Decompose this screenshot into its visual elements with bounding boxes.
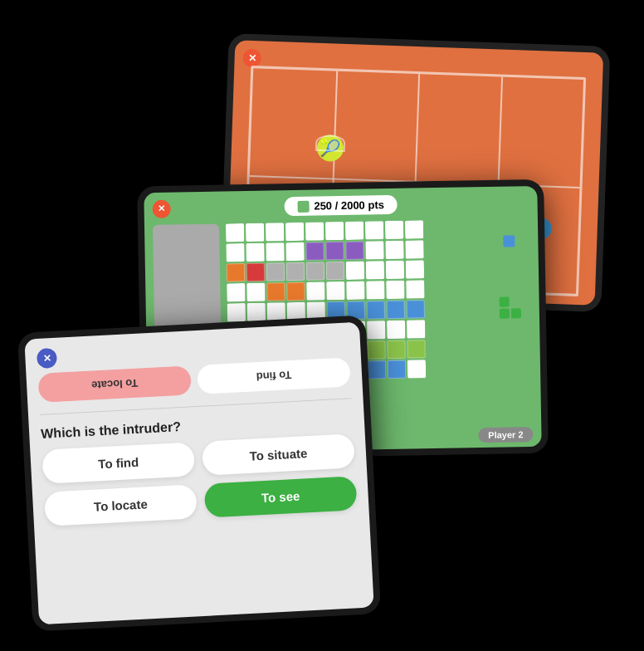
grid-cell <box>305 222 324 240</box>
grid-cell <box>305 242 324 260</box>
grid-cell <box>266 242 284 261</box>
grid-cell <box>386 281 404 299</box>
grid-cell <box>365 221 383 239</box>
grid-cell <box>285 223 304 241</box>
indicator-square <box>503 235 515 247</box>
grid-cell <box>325 242 344 260</box>
grid-cell <box>386 261 404 279</box>
grid-cell <box>285 242 304 261</box>
right-panel <box>488 218 533 424</box>
tetromino-cell <box>511 296 521 306</box>
grid-cell <box>246 243 264 262</box>
grid-cell <box>387 340 405 359</box>
quiz-option-tosee[interactable]: To see <box>204 476 358 518</box>
grid-cell <box>388 360 406 379</box>
grid-cell <box>227 263 245 281</box>
quiz-option-tolocate[interactable]: To locate <box>44 484 198 526</box>
grid-cell <box>407 340 425 358</box>
grid-cell <box>387 321 405 339</box>
tablet-front: ✕ To find To locate Which is the intrude… <box>17 315 381 631</box>
tetromino-cell <box>500 296 510 306</box>
grid-row-4 <box>227 279 482 301</box>
game-header: ✕ 250 / 2000 pts <box>144 186 538 225</box>
grid-cell <box>266 282 285 301</box>
grid-cell <box>345 222 363 240</box>
score-text: 250 / 2000 pts <box>314 198 384 212</box>
grid-cell <box>385 241 403 259</box>
grid-cell <box>325 222 344 240</box>
tetromino-cell <box>511 308 521 318</box>
grid-cell <box>345 242 363 260</box>
grid-cell <box>385 221 403 239</box>
grid-cell <box>246 283 265 301</box>
grid-cell <box>286 282 305 301</box>
grid-cell <box>246 263 265 281</box>
score-display: 250 / 2000 pts <box>284 195 398 216</box>
game-close-button[interactable]: ✕ <box>152 199 170 218</box>
center-service-line <box>415 74 421 181</box>
grid-cell <box>346 281 364 300</box>
grid-cell <box>405 220 423 238</box>
grid-cell <box>227 303 246 321</box>
grid-cell <box>266 223 284 241</box>
grid-cell <box>367 340 385 359</box>
grid-cell <box>306 281 324 300</box>
grid-cell <box>406 280 424 298</box>
grid-cell <box>407 360 426 378</box>
grid-cell <box>367 301 385 319</box>
grid-cell <box>406 260 424 278</box>
quiz-option-tofind[interactable]: To find <box>41 442 195 484</box>
grid-cell <box>366 281 384 299</box>
grid-cell <box>226 223 244 242</box>
grid-cell <box>227 283 245 301</box>
grid-cell <box>407 300 425 318</box>
score-icon <box>297 200 309 212</box>
grid-cell <box>365 241 383 259</box>
grid-cell <box>387 301 405 319</box>
grid-row-2 <box>226 239 481 262</box>
grid-cell <box>286 262 305 281</box>
quiz-row-2: To locate To see <box>44 476 358 526</box>
quiz-close-button[interactable]: ✕ <box>37 348 57 369</box>
grid-cell <box>368 360 386 379</box>
grid-cell <box>367 321 385 339</box>
grid-cell <box>226 243 244 262</box>
grid-cell <box>306 262 324 280</box>
quiz-screen: ✕ To find To locate Which is the intrude… <box>24 322 373 625</box>
grid-cell <box>326 262 344 280</box>
grid-cell <box>246 223 264 242</box>
player2-label: Player 2 <box>478 427 534 443</box>
quiz-options: To find To situate To locate To see <box>30 433 368 526</box>
tennis-ball-yellow: 🎾 <box>316 135 344 162</box>
tetromino-cell <box>500 308 510 318</box>
grid-row-3 <box>227 259 482 281</box>
grid-cell <box>267 302 285 321</box>
grid-cell <box>346 262 364 280</box>
quiz-option-tosituate[interactable]: To situate <box>202 433 355 476</box>
grid-cell <box>326 281 344 300</box>
service-box-top <box>332 71 500 184</box>
grid-cell <box>366 261 384 279</box>
grid-cell <box>405 240 423 258</box>
grid-cell <box>247 303 266 321</box>
grid-cell <box>407 320 425 338</box>
tetromino-piece <box>500 296 521 318</box>
tennis-close-button[interactable]: ✕ <box>242 49 261 68</box>
grid-cell <box>266 262 285 281</box>
